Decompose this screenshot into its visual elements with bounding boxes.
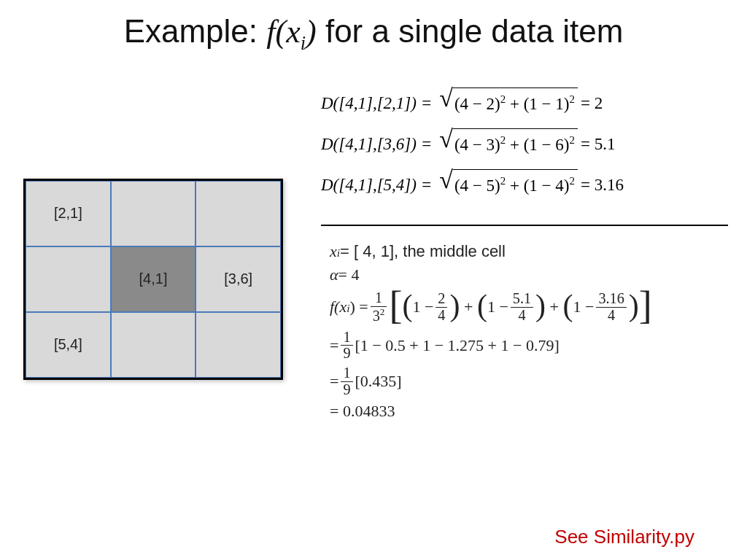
alpha-definition: α = 4	[330, 265, 724, 284]
grid-cell-1-2: [3,6]	[196, 246, 281, 312]
sqrt-icon: √ (4 − 5)2 + (1 − 4)2	[439, 169, 578, 200]
slide-title: Example: f(xi) for a single data item	[0, 13, 747, 55]
grid-cell-0-0: [2,1]	[26, 181, 111, 246]
distance-equations: D([4,1],[2,1]) = √ (4 − 2)2 + (1 − 1)2 =…	[321, 88, 729, 210]
grid-cell-2-2	[196, 312, 281, 378]
computation-block: xi = [ 4, 1], the middle cell α = 4 f(xi…	[330, 238, 724, 425]
grid-cell-2-0: [5,4]	[26, 312, 111, 378]
fx-step-3: = 19 [0.435]	[330, 365, 724, 397]
fx-result: = 0.04833	[330, 402, 724, 421]
grid-cell-center: [4,1]	[111, 246, 196, 312]
title-prefix: Example:	[124, 13, 267, 49]
grid-cell-1-0	[26, 246, 111, 312]
sqrt-icon: √ (4 − 2)2 + (1 − 1)2	[439, 88, 578, 118]
title-suffix: for a single data item	[317, 13, 624, 49]
grid-cell-2-1	[111, 312, 196, 378]
grid-row: [2,1]	[26, 181, 281, 246]
fx-step-2: = 19 [1 − 0.5 + 1 − 1.275 + 1 − 0.79]	[330, 330, 724, 361]
distance-eq-1: D([4,1],[2,1]) = √ (4 − 2)2 + (1 − 1)2 =…	[321, 88, 729, 118]
distance-eq-3: D([4,1],[5,4]) = √ (4 − 5)2 + (1 − 4)2 =…	[321, 169, 729, 200]
fraction: 1 32	[371, 290, 387, 323]
fx-expansion: f(xi) = 1 32 [ (1 − 24 ) + (1 − 5.14 ) +…	[330, 289, 724, 325]
xi-definition: xi = [ 4, 1], the middle cell	[330, 242, 724, 261]
divider-line	[321, 225, 728, 226]
grid-cell-0-2	[196, 181, 281, 246]
grid-row: [5,4]	[26, 312, 281, 378]
example-grid: [2,1] [4,1] [3,6] [5,4]	[23, 179, 283, 380]
see-similarity-link[interactable]: See Similarity.py	[554, 526, 694, 548]
title-fx: f(xi)	[266, 14, 316, 50]
grid-row: [4,1] [3,6]	[26, 246, 281, 312]
sqrt-icon: √ (4 − 3)2 + (1 − 6)2	[439, 128, 578, 159]
grid-cell-0-1	[111, 181, 196, 246]
distance-eq-2: D([4,1],[3,6]) = √ (4 − 3)2 + (1 − 6)2 =…	[321, 128, 729, 159]
